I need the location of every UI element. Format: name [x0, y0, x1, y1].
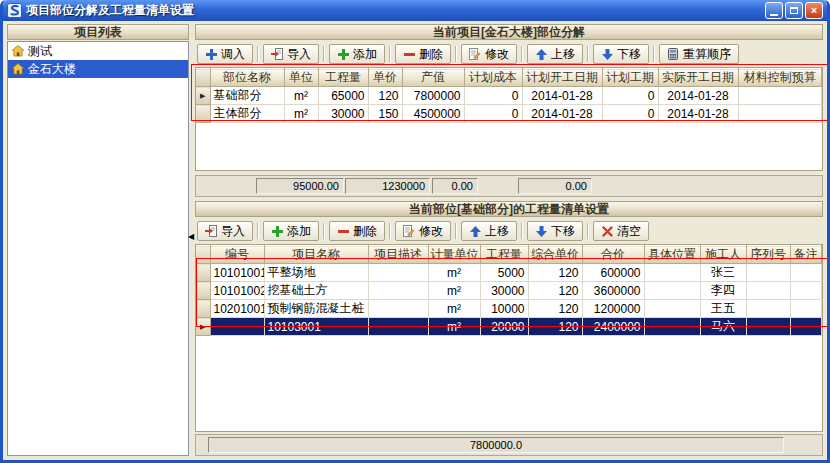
- move-up-button[interactable]: 上移: [461, 221, 517, 241]
- table-cell[interactable]: 10000: [480, 300, 528, 318]
- column-header[interactable]: 材料控制预算: [738, 69, 822, 87]
- column-header[interactable]: 施工人: [700, 246, 746, 264]
- table-row[interactable]: 10201001预制钢筋混凝土桩m²100001201200000王五: [196, 300, 822, 318]
- column-header[interactable]: 具体位置: [644, 246, 700, 264]
- table-cell[interactable]: 2014-01-28: [522, 87, 602, 105]
- table-cell[interactable]: 120: [528, 282, 582, 300]
- table-cell[interactable]: [746, 300, 790, 318]
- maximize-button[interactable]: [785, 2, 803, 19]
- move-down-button[interactable]: 下移: [527, 221, 583, 241]
- add-button[interactable]: 添加: [263, 221, 319, 241]
- titlebar[interactable]: 项目部位分解及工程量清单设置 ×: [3, 0, 827, 21]
- table-cell[interactable]: 10201001: [210, 300, 264, 318]
- table-cell[interactable]: [746, 282, 790, 300]
- project-item-test[interactable]: 测试: [8, 42, 188, 60]
- import-button[interactable]: 导入: [263, 44, 319, 64]
- table-cell[interactable]: [368, 300, 428, 318]
- table-cell[interactable]: m²: [428, 300, 480, 318]
- table-cell[interactable]: 0: [602, 105, 658, 123]
- table-cell[interactable]: [644, 300, 700, 318]
- table-cell[interactable]: 预制钢筋混凝土桩: [264, 300, 368, 318]
- column-header[interactable]: 综合单价: [528, 246, 582, 264]
- table-cell[interactable]: [790, 300, 822, 318]
- table-cell[interactable]: 2014-01-28: [522, 105, 602, 123]
- minimize-button[interactable]: [765, 2, 783, 19]
- table-cell[interactable]: 张三: [700, 264, 746, 282]
- table-cell[interactable]: 5000: [480, 264, 528, 282]
- modify-button[interactable]: 修改: [395, 221, 451, 241]
- panel-splitter[interactable]: ◀: [189, 22, 195, 456]
- table-row[interactable]: ▶10103001m²200001202400000马六: [196, 318, 822, 336]
- table-cell[interactable]: 4500000: [402, 105, 464, 123]
- table-cell[interactable]: 120: [528, 318, 582, 336]
- splitter-collapse-arrow[interactable]: ◀: [188, 233, 194, 241]
- call-in-button[interactable]: 调入: [197, 44, 253, 64]
- table-cell[interactable]: 0: [464, 87, 522, 105]
- delete-button[interactable]: 删除: [395, 44, 451, 64]
- column-header[interactable]: 项目名称: [264, 246, 368, 264]
- table-cell[interactable]: 挖基础土方: [264, 282, 368, 300]
- table-cell[interactable]: [790, 318, 822, 336]
- table-cell[interactable]: m²: [428, 282, 480, 300]
- column-header[interactable]: 单位: [284, 69, 318, 87]
- column-header[interactable]: 项目描述: [368, 246, 428, 264]
- table-cell[interactable]: [746, 318, 790, 336]
- column-header[interactable]: 工程量: [480, 246, 528, 264]
- clear-button[interactable]: 清空: [593, 221, 649, 241]
- column-header[interactable]: 备注: [790, 246, 822, 264]
- add-button[interactable]: 添加: [329, 44, 385, 64]
- table-cell[interactable]: [738, 105, 822, 123]
- column-header[interactable]: 计划工期: [602, 69, 658, 87]
- table-cell[interactable]: m²: [428, 264, 480, 282]
- table-cell[interactable]: 0: [464, 105, 522, 123]
- table-row[interactable]: 10101002挖基础土方m²300001203600000李四: [196, 282, 822, 300]
- table-row[interactable]: 主体部分m²30000150450000002014-01-2802014-01…: [196, 105, 822, 123]
- table-cell[interactable]: m²: [428, 318, 480, 336]
- table-cell[interactable]: 2014-01-28: [658, 105, 738, 123]
- column-header[interactable]: 合价: [582, 246, 644, 264]
- table-cell[interactable]: [210, 318, 264, 336]
- table-cell[interactable]: 2400000: [582, 318, 644, 336]
- table-cell[interactable]: 600000: [582, 264, 644, 282]
- table-row[interactable]: ▶基础部分m²65000120780000002014-01-2802014-0…: [196, 87, 822, 105]
- table-cell[interactable]: [746, 264, 790, 282]
- table-cell[interactable]: [368, 318, 428, 336]
- table-cell[interactable]: 7800000: [402, 87, 464, 105]
- modify-button[interactable]: 修改: [461, 44, 517, 64]
- close-button[interactable]: ×: [805, 2, 823, 19]
- move-down-button[interactable]: 下移: [593, 44, 649, 64]
- table-cell[interactable]: [738, 87, 822, 105]
- column-header[interactable]: 实际开工日期: [658, 69, 738, 87]
- column-header[interactable]: 计划成本: [464, 69, 522, 87]
- import-button[interactable]: 导入: [197, 221, 253, 241]
- table-row[interactable]: 10101001平整场地m²5000120600000张三: [196, 264, 822, 282]
- table-cell[interactable]: 30000: [480, 282, 528, 300]
- table-cell[interactable]: 10101001: [210, 264, 264, 282]
- table-cell[interactable]: 王五: [700, 300, 746, 318]
- column-header[interactable]: 部位名称: [210, 69, 284, 87]
- table-cell[interactable]: 65000: [318, 87, 368, 105]
- table-cell[interactable]: [368, 282, 428, 300]
- table-cell[interactable]: [644, 264, 700, 282]
- table-cell[interactable]: 基础部分: [210, 87, 284, 105]
- table-cell[interactable]: [368, 264, 428, 282]
- table-cell[interactable]: 2014-01-28: [658, 87, 738, 105]
- table-cell[interactable]: 120: [528, 300, 582, 318]
- recalc-order-button[interactable]: 重算顺序: [659, 44, 739, 64]
- column-header[interactable]: 计量单位: [428, 246, 480, 264]
- column-header[interactable]: 产值: [402, 69, 464, 87]
- project-item-jinshi[interactable]: 金石大楼: [8, 60, 188, 78]
- table-cell[interactable]: 10101002: [210, 282, 264, 300]
- table-cell[interactable]: 20000: [480, 318, 528, 336]
- table-cell[interactable]: 马六: [700, 318, 746, 336]
- table-cell[interactable]: m²: [284, 105, 318, 123]
- table-cell[interactable]: 0: [602, 87, 658, 105]
- table-cell[interactable]: 30000: [318, 105, 368, 123]
- table-cell[interactable]: 主体部分: [210, 105, 284, 123]
- table-cell[interactable]: 120: [368, 87, 402, 105]
- table-cell[interactable]: 120: [528, 264, 582, 282]
- table-cell[interactable]: 平整场地: [264, 264, 368, 282]
- table-cell[interactable]: 150: [368, 105, 402, 123]
- column-header[interactable]: 编号: [210, 246, 264, 264]
- table-cell[interactable]: [644, 318, 700, 336]
